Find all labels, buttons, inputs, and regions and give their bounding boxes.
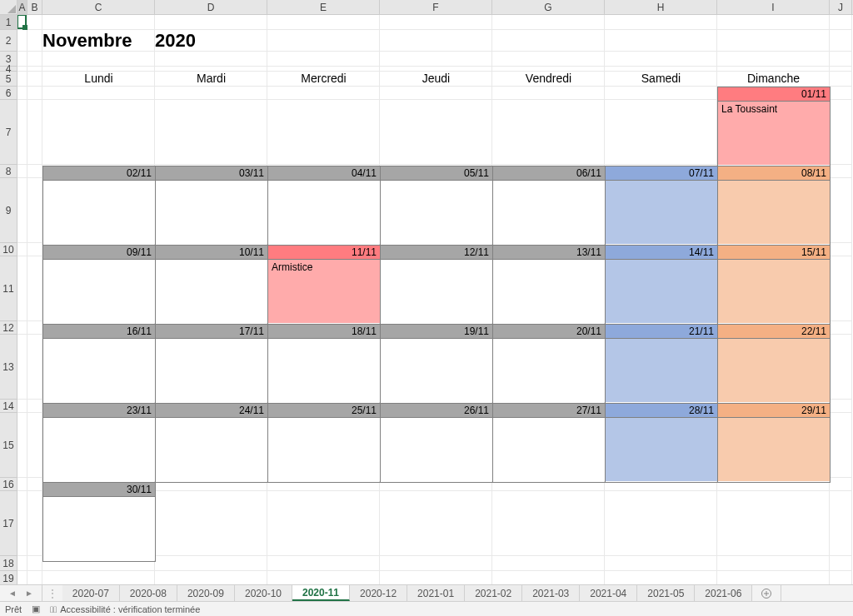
column-header-E[interactable]: E [267, 0, 380, 14]
calendar-cell[interactable] [606, 181, 717, 244]
calendar-cell[interactable] [156, 418, 267, 481]
calendar-cell[interactable] [381, 418, 492, 481]
calendar-date[interactable]: 03/11 [156, 166, 267, 180]
calendar-cell[interactable] [606, 418, 717, 481]
calendar-cell[interactable] [493, 418, 605, 481]
column-header-J[interactable]: J [830, 0, 852, 14]
calendar-date[interactable]: 24/11 [156, 404, 267, 417]
tab-nav-buttons[interactable]: ◄ ► [0, 585, 42, 601]
calendar-cell[interactable] [268, 418, 380, 481]
sheet-tab[interactable]: 2021-01 [407, 585, 465, 601]
calendar-date[interactable]: 23/11 [43, 404, 155, 417]
sheet-tab[interactable]: 2021-03 [522, 585, 580, 601]
column-header-I[interactable]: I [717, 0, 830, 14]
calendar-date[interactable]: 30/11 [43, 483, 155, 496]
calendar-date[interactable]: 06/11 [493, 166, 605, 180]
calendar-date[interactable]: 10/11 [156, 246, 267, 259]
column-header-H[interactable]: H [605, 0, 717, 14]
calendar-date[interactable]: 04/11 [268, 166, 380, 180]
select-all-button[interactable] [0, 0, 17, 15]
row-header-14[interactable]: 14 [0, 400, 17, 413]
calendar-cell[interactable] [43, 418, 155, 481]
row-header-12[interactable]: 12 [0, 321, 17, 335]
calendar-date[interactable]: 19/11 [381, 325, 492, 338]
tab-prev-icon[interactable]: ◄ [8, 589, 17, 598]
calendar-date[interactable]: 11/11 [268, 246, 380, 259]
calendar-date[interactable]: 22/11 [718, 325, 830, 338]
column-header-G[interactable]: G [492, 0, 605, 14]
row-header-16[interactable]: 16 [0, 478, 17, 491]
sheet-tab[interactable]: 2021-02 [465, 585, 522, 601]
calendar-cell[interactable] [43, 339, 155, 402]
column-header-B[interactable]: B [27, 0, 42, 14]
sheet-tab[interactable]: 2020-07 [62, 585, 120, 601]
sheet-tab[interactable]: 2020-10 [235, 585, 292, 601]
column-header-C[interactable]: C [42, 0, 155, 14]
calendar-cell[interactable] [606, 339, 717, 402]
calendar-date[interactable]: 13/11 [493, 246, 605, 259]
column-header-F[interactable]: F [380, 0, 492, 14]
calendar-cell[interactable] [718, 339, 830, 402]
calendar-date[interactable]: 20/11 [493, 325, 605, 338]
row-header-1[interactable]: 1 [0, 15, 17, 30]
sheet-tab[interactable]: 2020-12 [350, 585, 407, 601]
calendar-cell[interactable] [718, 181, 830, 244]
calendar-date[interactable]: 09/11 [43, 246, 155, 259]
calendar-cell[interactable] [156, 260, 267, 323]
calendar-date[interactable]: 02/11 [43, 166, 155, 180]
calendar-cell[interactable] [718, 418, 830, 481]
calendar-cell[interactable] [493, 339, 605, 402]
row-header-15[interactable]: 15 [0, 413, 17, 478]
calendar-cell[interactable] [156, 339, 267, 402]
row-header-7[interactable]: 7 [0, 100, 17, 165]
calendar-cell[interactable] [43, 181, 155, 244]
calendar-date[interactable]: 21/11 [606, 325, 717, 338]
calendar-cell[interactable] [493, 181, 605, 244]
row-header-8[interactable]: 8 [0, 165, 17, 178]
calendar-cell[interactable] [268, 181, 380, 244]
calendar-cell[interactable] [718, 260, 830, 323]
sheet-tab[interactable]: 2020-08 [120, 585, 177, 601]
row-header-18[interactable]: 18 [0, 556, 17, 571]
sheet-tab[interactable]: 2021-05 [637, 585, 695, 601]
calendar-cell[interactable] [493, 260, 605, 323]
calendar-date[interactable]: 28/11 [606, 404, 717, 417]
calendar-date[interactable]: 16/11 [43, 325, 155, 338]
calendar-date[interactable]: 17/11 [156, 325, 267, 338]
calendar-cell[interactable] [606, 260, 717, 323]
calendar-cell[interactable]: Armistice [268, 260, 380, 323]
calendar-cell[interactable] [268, 339, 380, 402]
calendar-date[interactable]: 08/11 [718, 166, 830, 180]
calendar-cell[interactable] [156, 181, 267, 244]
row-header-6[interactable]: 6 [0, 87, 17, 100]
calendar-cell[interactable]: La Toussaint [718, 102, 830, 165]
calendar-cell[interactable] [43, 260, 155, 323]
row-header-17[interactable]: 17 [0, 491, 17, 556]
calendar-date[interactable]: 18/11 [268, 325, 380, 338]
row-header-11[interactable]: 11 [0, 256, 17, 321]
accessibility-status[interactable]: ✚⃝Accessibilité : vérification terminée [50, 604, 200, 614]
sheet-tab[interactable]: 2021-06 [695, 585, 752, 601]
calendar-date[interactable]: 15/11 [718, 246, 830, 259]
calendar-cell[interactable] [381, 260, 492, 323]
sheet-tab[interactable]: 2021-04 [580, 585, 637, 601]
row-header-5[interactable]: 5 [0, 72, 17, 87]
calendar-date[interactable]: 27/11 [493, 404, 605, 417]
column-header-A[interactable]: A [17, 0, 27, 14]
calendar-date[interactable]: 12/11 [381, 246, 492, 259]
macro-record-icon[interactable]: ▣ [30, 604, 42, 614]
calendar-date[interactable]: 14/11 [606, 246, 717, 259]
calendar-cell[interactable] [381, 181, 492, 244]
calendar-date[interactable]: 05/11 [381, 166, 492, 180]
worksheet-area[interactable]: Novembre 2020 LundiMardiMercrediJeudiVen… [17, 15, 853, 584]
sheet-tab[interactable]: 2020-11 [292, 585, 350, 601]
row-header-10[interactable]: 10 [0, 243, 17, 256]
row-header-13[interactable]: 13 [0, 335, 17, 400]
calendar-date[interactable]: 26/11 [381, 404, 492, 417]
row-header-2[interactable]: 2 [0, 30, 17, 52]
calendar-date[interactable]: 29/11 [718, 404, 830, 417]
tab-next-icon[interactable]: ► [25, 589, 33, 598]
sheet-tab[interactable]: 2020-09 [177, 585, 235, 601]
add-sheet-button[interactable] [752, 585, 781, 601]
column-header-D[interactable]: D [155, 0, 267, 14]
